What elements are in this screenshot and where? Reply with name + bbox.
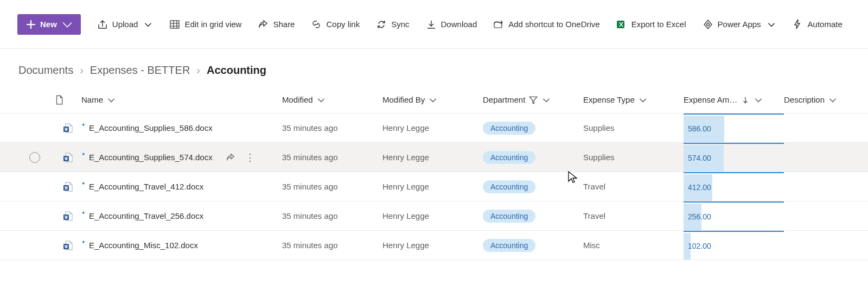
new-indicator-icon: ✦ <box>81 152 86 157</box>
onedrive-shortcut-icon <box>493 19 504 30</box>
new-indicator-icon: ✦ <box>81 181 86 186</box>
add-shortcut-label: Add shortcut to OneDrive <box>508 20 599 29</box>
department-cell: Accounting <box>483 151 583 164</box>
breadcrumb: Documents › Expenses - BETTER › Accounti… <box>0 49 868 86</box>
file-name[interactable]: E_Accounting_Travel_256.docx <box>89 211 203 220</box>
copy-link-label: Copy link <box>326 20 360 29</box>
table-row[interactable]: ✦ E_Accounting_Travel_256.docx 35 minute… <box>0 201 868 231</box>
breadcrumb-item[interactable]: Documents <box>18 64 73 77</box>
expense-type-cell: Supplies <box>583 123 684 132</box>
department-cell: Accounting <box>483 122 583 135</box>
new-indicator-icon: ✦ <box>81 122 86 128</box>
grid-icon <box>169 19 180 30</box>
word-doc-icon <box>62 181 73 192</box>
new-button-label: New <box>40 20 57 29</box>
modified-cell: 35 minutes ago <box>282 241 382 250</box>
svg-rect-0 <box>170 21 179 28</box>
col-expense-type[interactable]: Expense Type <box>583 95 684 105</box>
svg-rect-6 <box>63 214 69 220</box>
col-description[interactable]: Description <box>784 95 868 105</box>
more-icon[interactable]: ⋮ <box>245 153 255 162</box>
file-name[interactable]: E_Accounting_Travel_412.docx <box>89 182 203 191</box>
sort-down-icon <box>741 95 750 105</box>
share-label: Share <box>273 20 295 29</box>
department-cell: Accounting <box>483 180 583 193</box>
modified-by-cell[interactable]: Henry Legge <box>382 123 483 132</box>
add-shortcut-button[interactable]: Add shortcut to OneDrive <box>487 15 606 34</box>
link-icon <box>311 19 322 30</box>
file-name[interactable]: E_Accounting_Misc_102.docx <box>89 241 198 250</box>
col-file-type[interactable] <box>54 95 81 105</box>
share-button[interactable]: Share <box>251 15 301 34</box>
col-modified-by[interactable]: Modified By <box>382 95 483 105</box>
filter-icon <box>528 95 538 105</box>
download-button[interactable]: Download <box>419 15 484 34</box>
expense-amount-cell: 574.00 <box>684 143 784 172</box>
sync-icon <box>376 19 387 30</box>
power-apps-label: Power Apps <box>718 20 761 29</box>
upload-button[interactable]: Upload <box>91 15 160 34</box>
automate-button[interactable]: Automate <box>786 15 849 34</box>
word-doc-icon <box>62 152 73 163</box>
command-bar: New Upload Edit in grid view Share Copy … <box>0 0 868 49</box>
share-icon[interactable] <box>226 153 235 162</box>
download-icon <box>426 19 437 30</box>
expense-amount-cell: 586.00 <box>684 113 784 142</box>
expense-amount-cell: 102.00 <box>684 231 784 260</box>
modified-by-cell[interactable]: Henry Legge <box>382 241 483 250</box>
department-pill[interactable]: Accounting <box>483 210 535 223</box>
svg-rect-3 <box>63 127 69 132</box>
file-name[interactable]: E_Accounting_Supplies_586.docx <box>89 123 213 132</box>
chevron-down-icon <box>638 95 648 105</box>
power-apps-icon <box>703 19 713 30</box>
chevron-down-icon <box>106 95 116 105</box>
chevron-down-icon <box>767 20 776 29</box>
modified-by-cell[interactable]: Henry Legge <box>382 182 483 191</box>
upload-label: Upload <box>112 20 138 29</box>
file-name[interactable]: E_Accounting_Supplies_574.docx <box>89 153 213 162</box>
chevron-down-icon <box>428 95 438 105</box>
sync-button[interactable]: Sync <box>369 15 416 34</box>
edit-grid-label: Edit in grid view <box>184 20 241 29</box>
file-table: Name Modified Modified By Department Exp… <box>0 86 868 260</box>
modified-by-cell[interactable]: Henry Legge <box>382 153 483 162</box>
expense-type-cell: Misc <box>583 241 684 250</box>
upload-icon <box>97 19 108 30</box>
edit-grid-button[interactable]: Edit in grid view <box>163 15 248 34</box>
department-pill[interactable]: Accounting <box>483 151 535 164</box>
expense-amount-cell: 256.00 <box>684 201 784 230</box>
chevron-down-icon <box>828 95 838 105</box>
automate-label: Automate <box>808 20 843 29</box>
breadcrumb-current: Accounting <box>207 64 266 77</box>
select-circle[interactable] <box>29 152 40 163</box>
col-modified[interactable]: Modified <box>282 95 382 105</box>
plus-icon <box>26 20 36 29</box>
breadcrumb-item[interactable]: Expenses - BETTER <box>90 64 190 77</box>
department-pill[interactable]: Accounting <box>483 122 535 135</box>
col-expense-amount[interactable]: Expense Am… <box>684 95 784 105</box>
department-pill[interactable]: Accounting <box>483 239 535 252</box>
department-pill[interactable]: Accounting <box>483 180 535 193</box>
chevron-right-icon: › <box>196 64 200 77</box>
export-excel-button[interactable]: Export to Excel <box>610 15 693 34</box>
table-row[interactable]: ✦ E_Accounting_Supplies_574.docx ⋮ 35 mi… <box>0 143 868 172</box>
table-row[interactable]: ✦ E_Accounting_Misc_102.docx 35 minutes … <box>0 231 868 260</box>
word-doc-icon <box>62 211 73 222</box>
sync-label: Sync <box>391 20 409 29</box>
modified-cell: 35 minutes ago <box>282 153 382 162</box>
new-indicator-icon: ✦ <box>81 210 86 216</box>
word-doc-icon <box>62 240 73 251</box>
table-row[interactable]: ✦ E_Accounting_Travel_412.docx 35 minute… <box>0 172 868 201</box>
new-button[interactable]: New <box>17 14 81 35</box>
table-header: Name Modified Modified By Department Exp… <box>0 86 868 113</box>
export-excel-label: Export to Excel <box>631 20 686 29</box>
modified-by-cell[interactable]: Henry Legge <box>382 211 483 220</box>
chevron-right-icon: › <box>80 64 84 77</box>
col-name[interactable]: Name <box>81 95 282 105</box>
copy-link-button[interactable]: Copy link <box>304 15 366 34</box>
table-row[interactable]: ✦ E_Accounting_Supplies_586.docx 35 minu… <box>0 113 868 143</box>
chevron-down-icon <box>62 20 72 29</box>
col-department[interactable]: Department <box>483 95 583 105</box>
chevron-down-icon <box>143 20 153 29</box>
power-apps-button[interactable]: Power Apps <box>696 15 783 34</box>
